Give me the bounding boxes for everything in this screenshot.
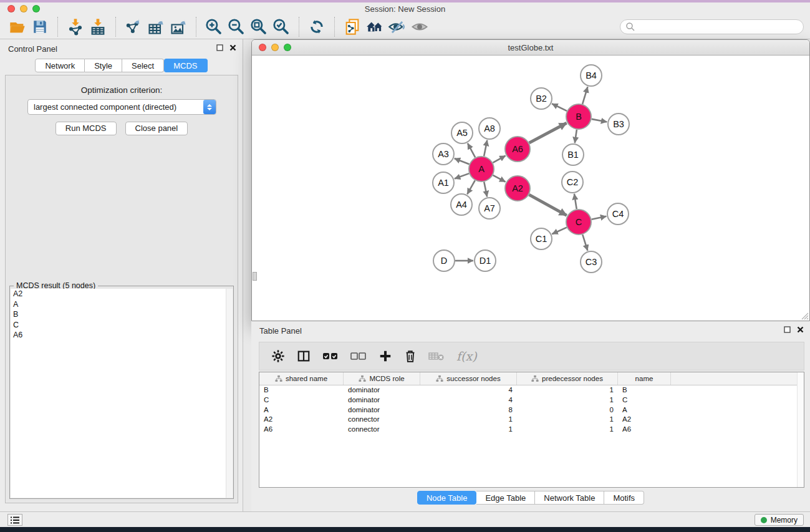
import-table-icon[interactable] [87,17,109,37]
delete-column-trash-icon[interactable] [404,349,417,363]
zoom-fit-icon[interactable] [248,17,270,37]
window-resize-grip[interactable] [800,311,809,320]
table-cell[interactable]: A6 [259,425,344,435]
tab-motifs[interactable]: Motifs [604,491,644,505]
graph-node[interactable]: B4 [581,65,602,86]
birdseye-splitter-handle[interactable] [253,272,257,281]
zoom-in-icon[interactable] [203,17,225,37]
graph-edge[interactable] [582,235,587,251]
graph-edge[interactable] [592,216,607,220]
table-cell[interactable]: B [618,385,671,395]
graph-edge[interactable] [552,228,567,235]
node-table[interactable]: shared nameMCDS rolesuccessor nodesprede… [259,372,804,488]
table-cell[interactable]: A2 [618,415,671,425]
function-builder-icon[interactable]: f(x) [456,349,477,363]
graph-node[interactable]: C2 [562,172,583,193]
split-columns-icon[interactable] [297,349,311,363]
graph-node[interactable]: A8 [479,118,500,139]
tab-select[interactable]: Select [122,59,164,72]
save-icon[interactable] [29,17,51,37]
graph-edge[interactable] [574,194,577,209]
column-header[interactable]: predecessor nodes [517,372,618,385]
table-cell[interactable]: 4 [420,395,517,405]
table-cell[interactable]: dominator [344,385,420,395]
tab-network[interactable]: Network [35,59,85,72]
close-panel-button[interactable]: Close panel [125,122,188,135]
import-network-icon[interactable] [64,17,87,37]
table-row[interactable]: Bdominator41B [259,385,804,395]
tab-node-table[interactable]: Node Table [417,491,477,505]
table-cell[interactable]: connector [344,425,420,435]
graph-node[interactable]: A6 [505,137,530,162]
table-cell[interactable]: connector [344,415,420,425]
graph-node[interactable]: C4 [607,203,629,225]
table-cell[interactable]: A6 [618,425,671,435]
graph-edge[interactable] [484,140,487,157]
graph-node[interactable]: B2 [531,88,552,109]
tab-edge-table[interactable]: Edge Table [476,491,535,505]
table-cell[interactable]: A [259,405,344,415]
delete-table-icon[interactable] [428,351,445,362]
float-panel-icon[interactable] [216,44,223,51]
table-cell[interactable]: A2 [259,415,344,425]
column-header[interactable]: name [618,372,671,385]
graph-node[interactable]: C3 [581,251,602,273]
graph-node[interactable]: C [566,210,591,235]
table-cell[interactable]: 1 [517,395,618,405]
mcds-result-item[interactable]: B [11,309,233,320]
graph-node[interactable]: A [469,157,494,181]
search-input[interactable] [620,19,804,34]
tab-mcds[interactable]: MCDS [164,59,207,72]
graph-node[interactable]: B [566,104,591,129]
table-scrollbar[interactable] [797,372,804,487]
table-row[interactable]: Adominator80A [259,405,804,415]
column-header[interactable]: MCDS role [344,372,420,385]
graph-node[interactable]: A2 [505,176,530,201]
graph-edge[interactable] [455,173,469,178]
export-image-icon[interactable] [167,17,190,37]
column-header[interactable]: successor nodes [420,372,517,385]
table-cell[interactable]: 1 [517,385,618,395]
table-cell[interactable]: B [259,385,344,395]
mcds-result-item[interactable]: A6 [11,330,233,341]
tab-network-table[interactable]: Network Table [535,491,604,505]
graph-edge[interactable] [484,182,487,197]
deselect-all-checkboxes-icon[interactable] [350,351,367,362]
graph-node[interactable]: D1 [475,250,496,271]
mcds-result-list[interactable]: A2ABCA6 [11,289,233,498]
gear-icon[interactable] [271,349,285,363]
graph-edge[interactable] [529,195,566,215]
tab-style[interactable]: Style [85,59,122,72]
mcds-result-item[interactable]: A2 [11,289,233,299]
graph-node[interactable]: A5 [451,122,473,143]
graph-node[interactable]: A4 [451,194,472,215]
close-panel-icon[interactable] [797,326,804,333]
close-panel-icon[interactable] [229,44,236,51]
network-window-titlebar[interactable]: testGlobe.txt [252,40,809,56]
mcds-result-item[interactable]: C [11,320,233,331]
zoom-out-icon[interactable] [225,17,248,37]
zoom-selected-icon[interactable] [270,17,292,37]
show-panels-eye-icon[interactable] [408,17,431,37]
table-cell[interactable]: 1 [420,415,517,425]
table-cell[interactable]: dominator [344,395,420,405]
table-cell[interactable]: 1 [420,425,517,435]
graph-node[interactable]: B3 [608,114,629,135]
graph-node[interactable]: C1 [531,228,552,249]
clone-network-icon[interactable] [341,17,364,37]
run-mcds-button[interactable]: Run MCDS [55,122,117,135]
table-cell[interactable]: C [259,395,344,405]
memory-button[interactable]: Memory [755,514,804,526]
task-history-button[interactable] [7,514,22,526]
graph-edge[interactable] [592,119,607,122]
float-panel-icon[interactable] [784,326,791,333]
table-cell[interactable]: 0 [517,405,618,415]
add-column-icon[interactable] [378,349,392,363]
criterion-dropdown[interactable]: largest connected component (directed) [27,99,216,115]
graph-node[interactable]: B1 [562,144,584,165]
result-list-scrollbar[interactable] [226,289,233,498]
table-row[interactable]: Cdominator41C [259,395,804,405]
table-cell[interactable]: A [618,405,671,415]
graph-edge[interactable] [529,123,567,143]
column-header[interactable]: shared name [259,372,344,385]
